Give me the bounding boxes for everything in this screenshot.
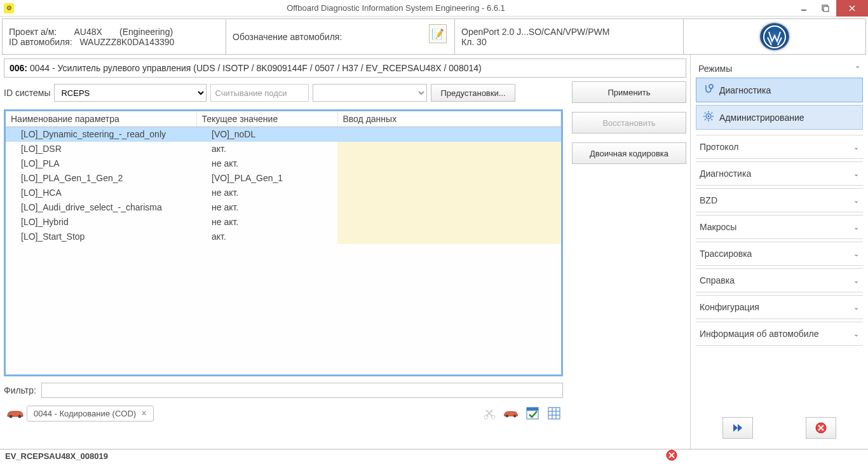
svg-rect-13 bbox=[527, 408, 538, 411]
col-name[interactable]: Наименование параметра bbox=[6, 111, 196, 127]
param-input-cell[interactable] bbox=[337, 171, 561, 186]
param-name: [LO]_HCA bbox=[6, 186, 196, 200]
sidebar-section[interactable]: Протокол⌄ bbox=[696, 135, 863, 159]
param-input-cell[interactable] bbox=[337, 200, 561, 215]
param-input-cell[interactable] bbox=[337, 215, 561, 230]
svg-point-21 bbox=[708, 116, 710, 118]
param-input-cell[interactable] bbox=[337, 156, 561, 171]
param-name: [LO]_Audi_drive_select_-_charisma bbox=[6, 200, 196, 215]
system-id-label: ID системы bbox=[4, 88, 50, 98]
descriptor-bold: 006: bbox=[10, 63, 27, 73]
sidebar-modes-title[interactable]: Режимы ⌃ bbox=[696, 60, 863, 78]
table-row[interactable]: [LO]_Audi_drive_select_-_charismaне акт. bbox=[6, 200, 561, 215]
tab-close-icon[interactable]: ✕ bbox=[141, 409, 147, 418]
sidebar-section[interactable]: Конфигурация⌄ bbox=[696, 295, 863, 319]
param-name: [LO]_PLA_Gen_1_Gen_2 bbox=[6, 171, 196, 186]
subsystem-select[interactable] bbox=[313, 84, 427, 102]
table-row[interactable]: [LO]_Hybridне акт. bbox=[6, 215, 561, 230]
maximize-button[interactable] bbox=[815, 0, 836, 17]
project-label: Проект а/м: bbox=[9, 27, 57, 37]
error-icon[interactable] bbox=[666, 449, 677, 463]
project-mode: (Engineering) bbox=[119, 27, 173, 37]
vehicle-desig-cell: Обозначение автомобиля: 📝 bbox=[226, 19, 455, 54]
filter-label: Фильтр: bbox=[4, 385, 36, 395]
param-name: [LO]_PLA bbox=[6, 156, 196, 171]
param-input-cell[interactable] bbox=[337, 142, 561, 156]
gear-icon bbox=[703, 111, 714, 124]
chevron-up-icon: ⌃ bbox=[855, 65, 860, 73]
sidebar-section[interactable]: Информация об автомобиле⌄ bbox=[696, 322, 863, 346]
vehicle-desig-label: Обозначение автомобиля: bbox=[233, 32, 448, 42]
param-input-cell[interactable] bbox=[337, 186, 561, 200]
sidebar-section[interactable]: BZD⌄ bbox=[696, 188, 863, 212]
car-icon[interactable] bbox=[4, 406, 27, 421]
vehicle-id-label: ID автомобиля: bbox=[9, 37, 72, 47]
param-name: [LO]_Dynamic_steering_-_read_only bbox=[6, 127, 196, 142]
sidebar: Режимы ⌃ Диагностика Администрирование П… bbox=[690, 55, 868, 449]
col-value[interactable]: Текущее значение bbox=[196, 111, 337, 127]
sidebar-section[interactable]: Справка⌄ bbox=[696, 268, 863, 292]
header-info: Проект а/м: AU48X (Engineering) ID автом… bbox=[2, 18, 866, 55]
svg-rect-14 bbox=[548, 408, 560, 419]
notepad-icon[interactable]: 📝 bbox=[429, 24, 447, 43]
param-name: [LO]_DSR bbox=[6, 142, 196, 156]
param-input-cell[interactable] bbox=[337, 127, 561, 142]
param-value: не акт. bbox=[196, 186, 337, 200]
svg-point-7 bbox=[18, 415, 22, 418]
filter-input[interactable] bbox=[41, 383, 563, 398]
param-name: [LO]_Start_Stop bbox=[6, 230, 196, 244]
param-input-cell[interactable] bbox=[337, 230, 561, 244]
sidebar-section[interactable]: Макросы⌄ bbox=[696, 215, 863, 239]
param-value: не акт. bbox=[196, 156, 337, 171]
minimize-button[interactable] bbox=[793, 0, 815, 17]
table-row[interactable]: [LO]_HCAне акт. bbox=[6, 186, 561, 200]
param-value: [VO]_noDL bbox=[196, 127, 337, 142]
chevron-down-icon: ⌄ bbox=[853, 277, 859, 285]
window-title: Offboard Diagnostic Information System E… bbox=[0, 3, 792, 13]
connection-value: OpenPort 2.0 J...SO/CAN/VPW/PWM bbox=[461, 27, 677, 37]
titlebar: ⚙ Offboard Diagnostic Information System… bbox=[0, 0, 868, 17]
system-id-select[interactable]: RCEPS bbox=[54, 84, 207, 102]
tool-grid-icon[interactable] bbox=[545, 405, 563, 422]
presets-button[interactable]: Предустановки... bbox=[431, 84, 515, 102]
param-value: [VO]_PLA_Gen_1 bbox=[196, 171, 337, 186]
svg-point-6 bbox=[10, 415, 13, 418]
kl-value: Кл. 30 bbox=[461, 37, 677, 47]
window-controls bbox=[793, 0, 868, 17]
table-row[interactable]: [LO]_Start_Stopакт. bbox=[6, 230, 561, 244]
close-button[interactable] bbox=[836, 0, 868, 17]
chevron-down-icon: ⌄ bbox=[853, 196, 859, 205]
svg-point-9 bbox=[491, 415, 495, 419]
sidebar-btn-diagnostics[interactable]: Диагностика bbox=[696, 78, 863, 102]
tool-cut-icon[interactable] bbox=[480, 405, 498, 422]
vw-logo-icon bbox=[760, 23, 789, 50]
chevron-down-icon: ⌄ bbox=[853, 303, 859, 312]
param-name: [LO]_Hybrid bbox=[6, 215, 196, 230]
tool-check-icon[interactable] bbox=[524, 405, 541, 422]
table-row[interactable]: [LO]_DSRакт. bbox=[6, 142, 561, 156]
sidebar-section[interactable]: Диагностика⌄ bbox=[696, 161, 863, 186]
table-row[interactable]: [LO]_PLA_Gen_1_Gen_2[VO]_PLA_Gen_1 bbox=[6, 171, 561, 186]
param-value: не акт. bbox=[196, 215, 337, 230]
param-value: акт. bbox=[196, 230, 337, 244]
chevron-down-icon: ⌄ bbox=[853, 330, 859, 338]
chevron-down-icon: ⌄ bbox=[853, 223, 859, 231]
table-row[interactable]: [LO]_Dynamic_steering_-_read_only[VO]_no… bbox=[6, 127, 561, 142]
stethoscope-icon bbox=[703, 83, 714, 97]
tool-car-icon[interactable] bbox=[502, 405, 520, 422]
logo-cell bbox=[684, 19, 865, 54]
restore-button[interactable]: Восстановить bbox=[572, 112, 686, 134]
col-input[interactable]: Ввод данных bbox=[337, 111, 561, 127]
connection-cell: OpenPort 2.0 J...SO/CAN/VPW/PWM Кл. 30 bbox=[455, 19, 684, 54]
tab-coding[interactable]: 0044 - Кодирование (COD) ✕ bbox=[27, 406, 154, 422]
sidebar-btn-admin[interactable]: Администрирование bbox=[696, 105, 863, 130]
binary-coding-button[interactable]: Двоичная кодировка bbox=[572, 142, 686, 164]
cancel-button[interactable] bbox=[806, 417, 836, 439]
apply-button[interactable]: Применить bbox=[572, 81, 686, 103]
read-subsystem-input[interactable] bbox=[210, 84, 309, 102]
table-row[interactable]: [LO]_PLAне акт. bbox=[6, 156, 561, 171]
parameter-table: Наименование параметра Текущее значение … bbox=[6, 111, 561, 244]
module-descriptor: 006: 0044 - Усилитель рулевого управлени… bbox=[4, 58, 686, 78]
sidebar-section[interactable]: Трассировка⌄ bbox=[696, 242, 863, 266]
forward-button[interactable] bbox=[722, 417, 753, 439]
